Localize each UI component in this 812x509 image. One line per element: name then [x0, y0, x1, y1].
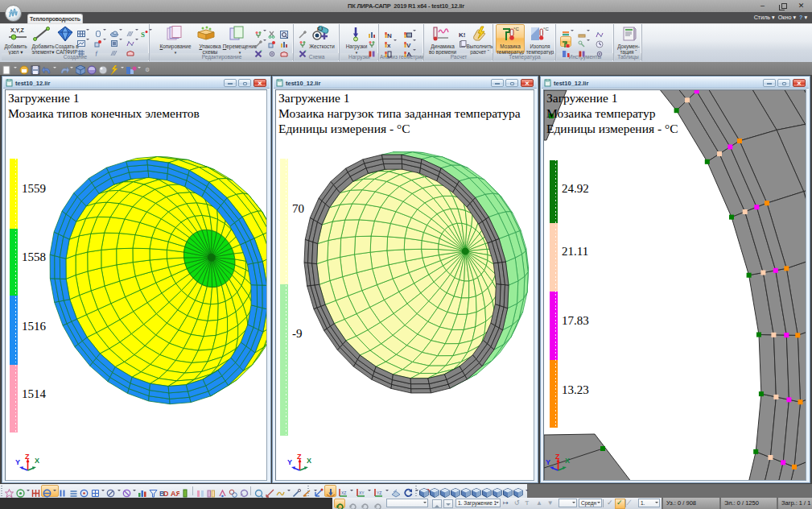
svg-text:D: D [163, 490, 168, 498]
svg-text:°C: °C [543, 27, 549, 31]
svg-text:ƒ: ƒ [95, 50, 98, 57]
svg-text:X: X [35, 457, 39, 465]
svg-text:АЯ: АЯ [171, 490, 179, 498]
svg-text:X,Y,Z: X,Y,Z [10, 27, 24, 34]
svg-text:X: X [565, 457, 570, 465]
svg-text:EJ: EJ [317, 27, 323, 31]
svg-text:YZ: YZ [377, 490, 381, 495]
svg-text:Y: Y [287, 458, 292, 466]
svg-text:X: X [307, 457, 311, 465]
svg-text:Y: Y [15, 458, 20, 466]
svg-text:S: S [141, 31, 145, 39]
svg-text:Y: Y [546, 458, 550, 466]
svg-text:°C: °C [513, 27, 519, 31]
svg-text:XZ: XZ [341, 490, 346, 495]
svg-text:XY: XY [359, 490, 365, 495]
